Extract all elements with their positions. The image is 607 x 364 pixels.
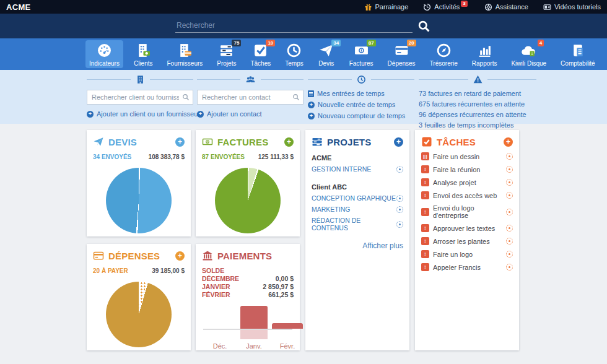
nav-item-rapports[interactable]: Rapports <box>468 40 501 68</box>
taches-card-title: TÂCHES <box>437 137 476 147</box>
priority-icon: ! <box>421 263 429 271</box>
plus-circle-icon: + <box>308 102 315 108</box>
task-link[interactable]: Envoi du logo d'entreprise <box>433 204 502 219</box>
month-amount: 661,25 $ <box>268 291 294 299</box>
project-link[interactable]: CONCEPTION GRAPHIQUE <box>312 194 396 202</box>
quick-contacts-column: +Ajouter un contact <box>197 74 304 118</box>
alert-incomplete-timesheets[interactable]: 3 feuilles de temps incomplètes <box>419 121 536 129</box>
nav-item-factures[interactable]: 87 Factures <box>346 40 377 68</box>
task-row: !Appeler Francis <box>421 263 513 271</box>
timer-icon[interactable] <box>506 225 513 232</box>
add-depense-button[interactable]: + <box>175 251 185 261</box>
lifering-icon <box>484 3 492 11</box>
timer-icon[interactable] <box>506 166 513 173</box>
nav-item-devis[interactable]: 34 Devis <box>314 40 339 68</box>
new-time-counter-link[interactable]: +Nouveau compteur de temps <box>308 112 414 119</box>
depenses-amount: 39 185,00 $ <box>152 267 185 274</box>
add-devis-button[interactable]: + <box>175 137 185 147</box>
nav-item-indicateurs[interactable]: Indicateurs <box>85 40 123 68</box>
search-icon <box>182 93 190 101</box>
add-tache-button[interactable]: + <box>504 137 513 147</box>
nav-item-fournisseurs[interactable]: Fournisseurs <box>164 40 207 68</box>
contact-search-input[interactable] <box>197 90 304 105</box>
task-link[interactable]: Arroser les plantes <box>433 238 502 245</box>
my-time-entries-link[interactable]: Mes entrées de temps <box>308 90 414 97</box>
add-client-supplier-link[interactable]: +Ajouter un client ou un fournisseur <box>87 110 193 118</box>
priority-icon: ! <box>421 178 429 186</box>
alert-recurring-expenses[interactable]: 96 dépenses récurrentes en attente <box>419 111 536 118</box>
task-link[interactable]: Analyse projet <box>433 179 502 186</box>
month-label: DÉCEMBRE <box>202 275 239 283</box>
tasks-check-icon <box>421 136 432 147</box>
task-link[interactable]: Envoi des accès web <box>433 192 502 199</box>
menu-parrainage[interactable]: Parrainage <box>364 3 409 11</box>
month-label: FÉVRIER <box>202 291 230 299</box>
alert-late-invoices[interactable]: 73 factures en retard de paiement <box>419 90 536 97</box>
timer-icon[interactable] <box>506 209 513 215</box>
nav-item-projets[interactable]: 75 Projets <box>213 40 240 68</box>
global-search-input[interactable] <box>175 19 413 33</box>
alert-recurring-invoices[interactable]: 675 factures récurrentes en attente <box>419 100 536 108</box>
nav-item-tresorerie[interactable]: Trésorerie <box>426 40 461 68</box>
projects-icon <box>312 136 323 147</box>
add-contact-link[interactable]: +Ajouter un contact <box>197 110 304 118</box>
taches-card: TÂCHES + |||Faire un dessin !Faire la ré… <box>415 130 519 350</box>
credit-card-icon <box>93 250 104 261</box>
menu-videos-tutoriels[interactable]: Vidéos tutoriels <box>543 3 601 11</box>
nav-item-comptabilite[interactable]: Comptabilité <box>557 40 599 68</box>
timer-icon[interactable] <box>506 192 513 199</box>
task-link[interactable]: Faire un dessin <box>433 153 502 160</box>
paper-plane-icon <box>93 136 104 147</box>
month-amount: 0,00 $ <box>276 275 294 283</box>
building-icon <box>136 75 145 84</box>
timer-icon[interactable] <box>396 221 403 228</box>
client-supplier-search-input[interactable] <box>87 90 193 105</box>
task-link[interactable]: Faire un logo <box>433 251 502 258</box>
timer-icon[interactable] <box>396 166 403 173</box>
project-row: MARKETING <box>312 206 403 213</box>
project-row: CONCEPTION GRAPHIQUE <box>312 194 403 202</box>
paiements-card-title: PAIEMENTS <box>217 251 272 261</box>
nav-item-clients[interactable]: Clients <box>130 40 157 68</box>
devis-badge: 34 <box>331 40 341 46</box>
timer-icon[interactable] <box>506 238 513 245</box>
search-icon[interactable] <box>417 20 430 33</box>
nav-item-taches[interactable]: 10 Tâches <box>247 40 274 68</box>
priority-icon: ! <box>421 250 429 258</box>
clock-icon <box>286 43 302 58</box>
depenses-pie-chart <box>106 282 172 347</box>
devis-card-title: DEVIS <box>108 137 137 147</box>
task-link[interactable]: Faire la réunion <box>433 166 502 173</box>
nav-item-depenses[interactable]: 20 Dépenses <box>384 40 419 68</box>
timer-icon[interactable] <box>506 153 513 160</box>
timer-icon[interactable] <box>396 206 403 213</box>
plus-circle-icon: + <box>308 113 315 119</box>
project-link[interactable]: GESTION INTERNE <box>312 165 371 173</box>
timer-icon[interactable] <box>396 195 403 202</box>
task-link[interactable]: Approuver les textes <box>433 225 502 232</box>
suppliers-building-icon <box>177 43 193 58</box>
payment-bar-overflow <box>240 330 268 339</box>
menu-assistance[interactable]: Assistance <box>484 3 528 11</box>
add-facture-button[interactable]: + <box>284 137 294 147</box>
menu-activites[interactable]: Activités 3 <box>423 3 469 11</box>
warning-triangle-icon <box>473 75 483 84</box>
timer-icon[interactable] <box>506 264 513 271</box>
new-time-entry-link[interactable]: +Nouvelle entrée de temps <box>308 101 414 108</box>
project-link[interactable]: MARKETING <box>312 206 350 213</box>
quick-time-column: Mes entrées de temps +Nouvelle entrée de… <box>308 74 414 119</box>
task-row: !Envoi du logo d'entreprise <box>421 204 513 219</box>
timer-icon[interactable] <box>506 179 513 186</box>
task-link[interactable]: Appeler Francis <box>433 264 502 271</box>
banknote-icon <box>202 136 213 147</box>
timer-icon[interactable] <box>506 251 513 258</box>
priority-icon: ! <box>421 237 429 245</box>
factures-card: FACTURES + 87 ENVOYÉES 125 111,33 $ <box>196 130 300 236</box>
add-projet-button[interactable]: + <box>394 137 403 147</box>
nav-item-kiwili-disque[interactable]: 4 Kiwili Disque <box>507 40 550 68</box>
projets-badge: 75 <box>232 40 241 46</box>
project-link[interactable]: RÉDACTION DE CONTENUS <box>312 217 396 232</box>
task-row: !Faire la réunion <box>421 165 513 173</box>
nav-item-temps[interactable]: Temps <box>281 40 307 68</box>
show-more-link[interactable]: Afficher plus <box>312 241 403 250</box>
